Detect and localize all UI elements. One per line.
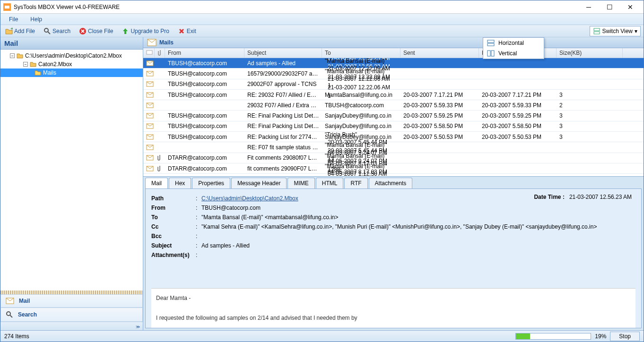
mail-icon [143,102,155,109]
tree-collapse-icon[interactable]: − [23,62,28,67]
table-row[interactable]: 29032 F07/ Allied / Extra butt...TBUSH@c… [143,100,644,111]
folder-tree[interactable]: − C:\Users\admin\Desktop\Caton2.Mbox − C… [0,50,143,291]
col-from-header[interactable]: From [165,48,244,58]
tree-child[interactable]: − Caton2.Mbox [0,60,143,68]
svg-text:+: + [10,27,13,32]
dropdown-vertical-label: Vertical [498,50,517,57]
attachment-icon [155,146,165,148]
mail-icon [143,165,155,172]
cell-from: TBUSH@catocorp.com [165,111,244,120]
table-row[interactable]: TBUSH@catocorp.comRE: 29032 F07/ Allied … [143,90,644,100]
table-row[interactable]: TBUSH@catocorp.com29002F07 approval - TC… [143,79,644,90]
cell-sent: 20-03-2007 7.17.21 PM [400,91,479,99]
exit-label: Exit [187,28,196,34]
tab-mail[interactable]: Mail [145,178,168,188]
attachment-icon [155,136,165,138]
path-label: Path [151,195,196,202]
panel-resize-handle[interactable] [0,291,143,294]
cell-size: 2 [557,101,623,110]
col-sent-header[interactable]: Sent [400,48,479,58]
cell-sent: 21-03-2007 12.22.06 AM [325,75,400,83]
table-row[interactable]: TBUSH@catocorp.comRE: Final Packing List… [143,111,644,121]
attachment-icon [155,115,165,117]
attachment-icon [155,104,165,106]
nav-mail[interactable]: Mail [0,294,143,308]
folder-open-icon [30,61,36,68]
tab-message-header[interactable]: Message Header [231,178,287,188]
left-panel: Mail − C:\Users\admin\Desktop\Caton2.Mbo… [0,37,143,330]
nav-mail-label: Mail [19,298,30,304]
from-value: TBUSH@catocorp.com [201,205,635,211]
mail-icon [143,175,155,176]
tree-leaf-mails[interactable]: Mails [0,68,143,77]
dropdown-vertical[interactable]: Vertical [483,48,544,59]
svg-line-4 [48,32,50,34]
exit-button[interactable]: Exit [176,26,198,36]
app-icon [3,3,11,11]
add-file-button[interactable]: + Add File [3,26,37,36]
upgrade-icon [122,27,129,35]
cell-subject: fit comments 29090F07 Lovec... [244,164,322,173]
tab-properties[interactable]: Properties [192,178,230,188]
tree-root-label: C:\Users\admin\Desktop\Caton2.Mbox [25,52,122,59]
search-button[interactable]: Search [42,26,72,36]
tab-attachments[interactable]: Attachments [369,178,413,188]
folder-plus-icon: + [5,27,13,35]
exit-icon [178,27,185,35]
table-row[interactable]: TBUSH@catocorp.com17376/29096F07 - TCNS"… [143,174,644,176]
cell-subject: 17376/29096F07 - TCNS [244,175,322,176]
tab-mime[interactable]: MIME [287,178,314,188]
cell-received: 20-03-2007 5.59.33 PM [479,101,557,110]
tree-child-label: Caton2.Mbox [38,61,72,68]
mails-header-label: Mails [159,39,174,46]
svg-rect-7 [594,28,600,31]
nav-search-label: Search [18,311,37,318]
mail-icon [143,112,155,120]
titlebar: SysTools MBOX Viewer v4.0-FREEWARE ─ ☐ ✕ [0,0,644,14]
close-file-button[interactable]: Close File [77,26,115,36]
cell-subject: RE: 29032 F07/ Allied / Extra ... [244,91,322,99]
menu-help[interactable]: Help [27,15,45,24]
maximize-button[interactable]: ☐ [599,1,620,13]
mail-body: Dear Mamta - I requested the following a… [151,288,635,328]
nav-expander[interactable]: ≫ [0,322,143,330]
col-subject-header[interactable]: Subject [244,48,322,58]
grid-body[interactable]: TBUSH@catocorp.comAd samples - Allied"Ma… [143,58,644,176]
datetime-value: 21-03-2007 12.56.23 AM [569,194,632,200]
cc-value: "Kamal Sehra (E-mail)" <KamalSehra@lifun… [201,223,635,230]
path-link[interactable]: C:\Users\admin\Desktop\Caton2.Mbox [201,195,298,202]
menu-file[interactable]: File [6,15,21,24]
upgrade-button[interactable]: Upgrade to Pro [120,26,171,36]
svg-rect-11 [487,51,490,56]
cell-from: TBUSH@catocorp.com [165,133,244,141]
cell-subject: RE: F07 fit sample status - All... [244,143,322,152]
col-to-header[interactable]: To [322,48,400,58]
mail-icon [143,154,155,162]
col-size-header[interactable]: Size(KB) [557,48,623,58]
stop-button[interactable]: Stop [610,332,640,341]
svg-rect-1 [5,6,9,9]
nav-search[interactable]: Search [0,308,143,322]
mail-icon [143,70,155,77]
tree-root[interactable]: − C:\Users\admin\Desktop\Caton2.Mbox [0,51,143,60]
upgrade-label: Upgrade to Pro [131,28,169,34]
cell-received: 20-03-2007 5.58.50 PM [479,122,557,130]
tree-collapse-icon[interactable]: − [10,53,15,58]
body-line-2: I requested the following ad samples on … [156,313,631,323]
col-attach-header[interactable] [155,48,165,58]
cell-received: 20-03-2007 7.17.21 PM [479,91,557,99]
search-icon [6,311,13,318]
tab-hex[interactable]: Hex [169,178,191,188]
dropdown-horizontal[interactable]: Horizontal [483,38,544,48]
switch-view-button[interactable]: Switch View ▾ [590,26,641,36]
cell-from [165,104,244,106]
minimize-button[interactable]: ─ [578,1,599,13]
cell-from: TBUSH@catocorp.com [165,69,244,78]
tab-rtf[interactable]: RTF [344,178,367,188]
col-icon-header[interactable] [143,48,155,58]
tab-html[interactable]: HTML [316,178,344,188]
subject-label: Subject [151,242,196,249]
svg-point-14 [7,312,10,316]
close-button[interactable]: ✕ [620,1,641,13]
cell-sent: 20-03-2007 5.59.25 PM [400,111,479,120]
